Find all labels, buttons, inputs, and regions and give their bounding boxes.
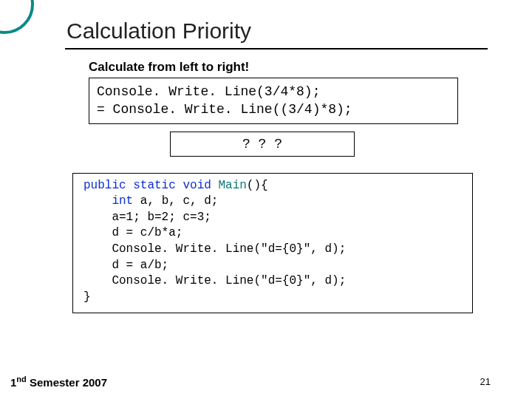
code-line: d = c/b*a;	[83, 226, 183, 239]
code-text: (){	[247, 179, 268, 192]
keyword: public static void	[83, 179, 218, 192]
code-line: Console. Write. Line("d={0}", d);	[83, 274, 346, 287]
question-box: ? ? ?	[170, 132, 355, 157]
code-box-main: public static void Main(){ int a, b, c, …	[72, 173, 473, 314]
code-line: Console. Write. Line("d={0}", d);	[83, 242, 346, 256]
code-text: a, b, c, d;	[133, 194, 218, 208]
slide-content: Calculation Priority Calculate from left…	[0, 0, 532, 399]
page-number: 21	[480, 376, 491, 387]
footer-text: Semester 2007	[27, 376, 107, 389]
code-line: }	[83, 290, 91, 304]
code-line: a=1; b=2; c=3;	[83, 211, 211, 224]
page-title: Calculation Priority	[66, 18, 488, 44]
code-box-top: Console. Write. Line(3/4*8); = Console. …	[89, 78, 458, 124]
code-line: = Console. Write. Line((3/4)*8);	[97, 100, 450, 118]
title-underline	[65, 48, 488, 50]
code-line: d = a/b;	[83, 259, 168, 272]
footer-sup: nd	[16, 375, 26, 383]
code-line: Console. Write. Line(3/4*8);	[97, 83, 450, 100]
keyword: int	[112, 194, 133, 208]
classname: Main	[218, 179, 246, 192]
subtitle: Calculate from left to right!	[89, 60, 488, 75]
footer-left: 1nd Semester 2007	[10, 375, 107, 389]
